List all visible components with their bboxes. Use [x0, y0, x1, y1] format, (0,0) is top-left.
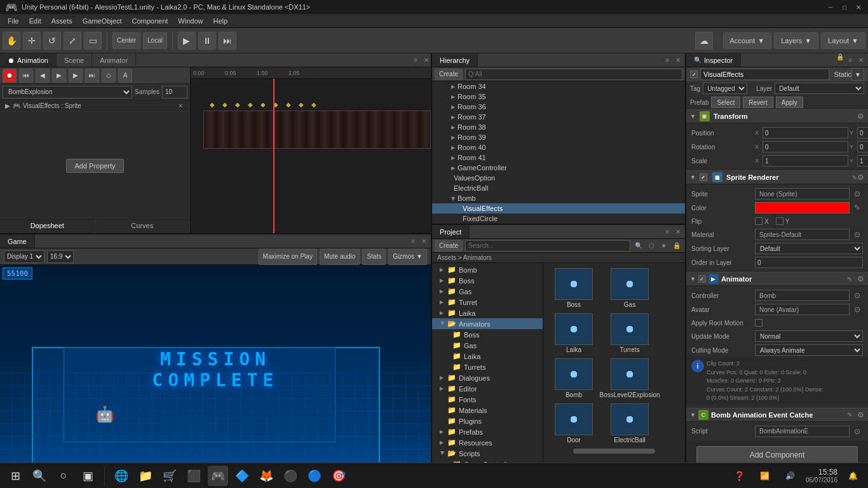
taskbar-firefox-icon[interactable]: 🦊: [256, 466, 276, 486]
close-btn[interactable]: ✕: [854, 3, 863, 11]
proj-dialogues[interactable]: ▶ 📁 Dialogues: [432, 372, 543, 383]
game-panel-close[interactable]: ✕: [419, 234, 428, 248]
animator-settings-icon[interactable]: ⚙: [857, 274, 864, 283]
avatar-select-btn[interactable]: ⊙: [851, 304, 863, 315]
taskbar-unity-icon[interactable]: 🎮: [208, 466, 228, 486]
tab-hierarchy[interactable]: Hierarchy: [432, 53, 478, 67]
taskbar-help-icon[interactable]: ❓: [729, 466, 750, 486]
taskbar-blender-icon[interactable]: 🔷: [232, 466, 252, 486]
hier-electricball[interactable]: ElectricBall: [432, 183, 685, 193]
stats-btn[interactable]: Stats: [362, 248, 386, 265]
material-select-btn[interactable]: ⊙: [851, 229, 863, 240]
project-search-input[interactable]: [465, 240, 630, 252]
minimize-btn[interactable]: ─: [826, 3, 835, 11]
project-close[interactable]: ✕: [674, 225, 682, 238]
asset-electricball[interactable]: ⏺ ElectricBall: [604, 403, 655, 444]
proj-anim-gas[interactable]: 📁 Gas: [432, 340, 543, 351]
local-button[interactable]: Local: [143, 32, 167, 49]
order-layer-input[interactable]: [755, 257, 863, 268]
project-options1[interactable]: ⬡: [647, 241, 656, 250]
sprite-renderer-settings-icon[interactable]: ⚙: [857, 173, 864, 182]
menu-gameobject[interactable]: GameObject: [78, 16, 127, 26]
scale-y-input[interactable]: [857, 155, 868, 166]
menu-component[interactable]: Component: [126, 16, 173, 26]
sprite-renderer-enabled[interactable]: ✓: [700, 173, 707, 181]
rot-x-input[interactable]: [763, 141, 848, 152]
sprite-renderer-edit-icon[interactable]: ✎: [852, 174, 857, 181]
proj-resources[interactable]: ▶ 📁 Resources: [432, 437, 543, 448]
layout-button[interactable]: Layout ▼: [821, 32, 865, 49]
menu-edit[interactable]: Edit: [24, 16, 46, 26]
taskbar-more-icon[interactable]: ⚫: [280, 466, 301, 486]
tag-select[interactable]: Untagged: [703, 83, 747, 94]
proj-bomb[interactable]: ▶ 📁 Bomb: [432, 264, 543, 275]
proj-laika[interactable]: ▶ 📁 Laika: [432, 308, 543, 318]
anim-key[interactable]: ◇: [102, 69, 116, 83]
hier-bomb[interactable]: ▶ Bomb: [432, 193, 685, 203]
object-enabled-checkbox[interactable]: ✓: [690, 71, 698, 78]
hier-gamecontroller[interactable]: ▶ GameController: [432, 163, 685, 173]
pos-y-input[interactable]: [857, 127, 868, 139]
menu-assets[interactable]: Assets: [46, 16, 78, 26]
asset-door[interactable]: ⏺ Door: [548, 403, 599, 444]
project-create-btn[interactable]: Create: [435, 240, 463, 252]
proj-fonts[interactable]: 📁 Fonts: [432, 394, 543, 405]
cloud-button[interactable]: ☁: [695, 32, 713, 50]
hierarchy-search-input[interactable]: [465, 69, 682, 80]
clip-selector[interactable]: BombExplosion: [3, 86, 132, 98]
add-component-button[interactable]: Add Component: [696, 446, 858, 464]
taskbar-chrome-icon[interactable]: 🔵: [304, 466, 325, 486]
culling-mode-select[interactable]: Always Animate: [755, 344, 863, 356]
static-dropdown[interactable]: ▼: [851, 68, 864, 81]
taskbar-unity2-icon[interactable]: 🎯: [329, 466, 349, 486]
animation-timeline[interactable]: 0:00 0:05 1:00 1:05 ◆: [191, 67, 431, 233]
sorting-layer-select[interactable]: Default: [755, 243, 863, 254]
proj-anim-laika[interactable]: 📁 Laika: [432, 351, 543, 362]
taskbar-task-view[interactable]: ▣: [78, 466, 98, 486]
anim-to-start[interactable]: ⏮: [19, 69, 33, 83]
hier-room41[interactable]: ▶ Room 41: [432, 152, 685, 163]
taskbar-cmd-icon[interactable]: ⬛: [184, 466, 204, 486]
proj-boss[interactable]: ▶ 📁 Boss: [432, 275, 543, 286]
asset-bosslevel2[interactable]: ⏺ BossLevel2Explosion: [604, 358, 655, 398]
hierarchy-create-btn[interactable]: Create: [435, 69, 463, 80]
hier-visualeffects[interactable]: VisualEffects: [432, 203, 685, 214]
pos-x-input[interactable]: [763, 127, 848, 139]
proj-scripts[interactable]: ▶ 📂 Scripts: [432, 448, 543, 459]
curves-tab[interactable]: Curves: [95, 220, 191, 233]
project-options2[interactable]: ★: [659, 241, 668, 250]
taskbar-notification-icon[interactable]: 🔔: [843, 466, 863, 486]
scale-tool[interactable]: ⤢: [64, 32, 81, 50]
anim-property-close[interactable]: ✕: [176, 102, 185, 110]
hier-room35[interactable]: ▶ Room 35: [432, 92, 685, 102]
hier-room37[interactable]: ▶ Room 37: [432, 112, 685, 122]
hierarchy-menu[interactable]: ≡: [663, 53, 671, 67]
prefab-revert-btn[interactable]: Revert: [743, 97, 773, 108]
aspect-select[interactable]: 16:9: [47, 250, 74, 263]
transform-section-header[interactable]: ▼ ⊞ Transform ⚙: [686, 109, 868, 123]
menu-help[interactable]: Help: [208, 16, 233, 26]
lock-icon[interactable]: 🔒: [836, 53, 844, 67]
taskbar-cortana-btn[interactable]: ○: [53, 466, 74, 486]
game-panel-menu[interactable]: ≡: [409, 234, 417, 248]
proj-anim-boss[interactable]: 📁 Boss: [432, 329, 543, 340]
hand-tool[interactable]: ✋: [3, 32, 20, 50]
proj-animators[interactable]: ▶ 📂 Animators: [432, 318, 543, 329]
display-select[interactable]: Display 1: [4, 250, 44, 263]
layer-select[interactable]: Default: [775, 83, 864, 94]
tab-inspector[interactable]: 🔍 Inspector: [686, 53, 741, 67]
bomb-anim-event-header[interactable]: ▼ C Bomb Animation Event Catche ✎ ⚙: [686, 408, 868, 422]
hier-room36[interactable]: ▶ Room 36: [432, 102, 685, 112]
tab-game[interactable]: Game: [0, 234, 35, 248]
pause-button[interactable]: ⏸: [198, 32, 216, 50]
flip-y-checkbox[interactable]: [776, 217, 783, 225]
asset-gas[interactable]: ⏺ Gas: [604, 268, 655, 308]
transform-settings-icon[interactable]: ⚙: [857, 112, 864, 121]
taskbar-volume-icon[interactable]: 🔊: [780, 466, 801, 486]
taskbar-network-icon[interactable]: 📶: [755, 466, 775, 486]
inspector-close[interactable]: ✕: [857, 53, 865, 67]
layers-button[interactable]: Layers ▼: [774, 32, 818, 49]
bomb-event-settings-icon[interactable]: ⚙: [857, 410, 864, 419]
taskbar-explorer-icon[interactable]: 📁: [135, 466, 156, 486]
hier-room38[interactable]: ▶ Room 38: [432, 122, 685, 132]
